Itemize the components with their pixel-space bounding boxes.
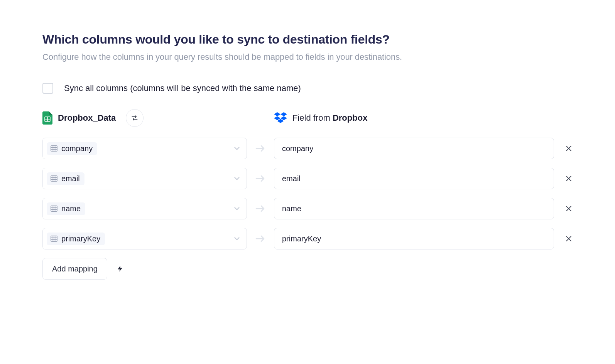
destination-field-input[interactable]: [274, 138, 554, 159]
source-column-name: primaryKey: [61, 234, 100, 243]
arrow-right-icon: [247, 234, 274, 243]
destination-field-input[interactable]: [274, 228, 554, 249]
source-name: Dropbox_Data: [58, 113, 116, 123]
source-column-tag: email: [47, 172, 84, 185]
mapping-row: name: [42, 198, 573, 219]
page-title: Which columns would you like to sync to …: [42, 32, 573, 47]
source-column-select[interactable]: name: [42, 198, 247, 219]
svg-marker-3: [274, 112, 280, 116]
destination-label: Field from Dropbox: [292, 113, 367, 123]
source-column-name: company: [61, 144, 93, 153]
chevron-down-icon: [233, 144, 241, 153]
lightning-icon: [117, 264, 123, 273]
arrow-right-icon: [247, 174, 274, 183]
chevron-down-icon: [233, 204, 241, 213]
remove-mapping-button[interactable]: [554, 175, 573, 182]
sync-all-row: Sync all columns (columns will be synced…: [42, 83, 573, 94]
destination-field-input[interactable]: [274, 198, 554, 219]
source-column-select[interactable]: primaryKey: [42, 228, 247, 249]
svg-rect-23: [51, 236, 57, 241]
remove-mapping-button[interactable]: [554, 145, 573, 152]
table-column-icon: [51, 206, 57, 212]
footer-row: Add mapping: [42, 258, 573, 280]
remove-mapping-button[interactable]: [554, 205, 573, 212]
table-column-icon: [51, 175, 57, 182]
mapping-row: email: [42, 168, 573, 189]
remove-mapping-button[interactable]: [554, 235, 573, 243]
source-column-select[interactable]: email: [42, 168, 247, 189]
source-column-tag: name: [47, 202, 85, 215]
arrow-right-icon: [247, 144, 274, 153]
close-icon: [565, 235, 573, 243]
column-mapping-panel: Which columns would you like to sync to …: [0, 0, 615, 295]
svg-rect-8: [51, 146, 57, 151]
close-icon: [565, 205, 573, 212]
svg-rect-13: [51, 176, 57, 181]
columns-header: Dropbox_Data: [42, 109, 573, 127]
mapping-row: primaryKey: [42, 228, 573, 249]
source-column-tag: primaryKey: [47, 233, 105, 245]
destination-label-prefix: Field from: [292, 113, 333, 123]
close-icon: [565, 145, 573, 152]
svg-rect-18: [51, 206, 57, 211]
table-column-icon: [51, 236, 57, 242]
chevron-down-icon: [233, 174, 241, 183]
dropbox-icon: [274, 112, 287, 124]
sync-all-label: Sync all columns (columns will be synced…: [64, 83, 301, 93]
swap-icon: [131, 114, 139, 122]
close-icon: [565, 175, 573, 182]
destination-label-bold: Dropbox: [333, 113, 367, 123]
source-column-name: name: [61, 204, 81, 213]
source-column-select[interactable]: company: [42, 138, 247, 159]
svg-marker-4: [280, 112, 287, 116]
source-column-name: email: [61, 174, 80, 183]
mapping-row: company: [42, 138, 573, 159]
arrow-right-icon: [247, 204, 274, 213]
mapping-rows: company: [42, 138, 573, 249]
add-mapping-button[interactable]: Add mapping: [42, 258, 107, 280]
source-column-tag: company: [47, 142, 97, 155]
page-subtitle: Configure how the columns in your query …: [42, 52, 573, 62]
destination-field-input[interactable]: [274, 168, 554, 189]
chevron-down-icon: [233, 234, 241, 243]
sync-all-checkbox[interactable]: [42, 83, 53, 94]
google-sheets-icon: [42, 111, 52, 125]
swap-columns-button[interactable]: [126, 109, 144, 127]
table-column-icon: [51, 145, 57, 152]
